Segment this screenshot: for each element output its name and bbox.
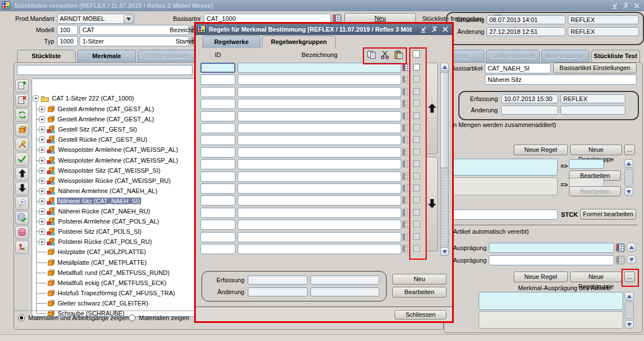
tree-item-label[interactable]: Gestell Rücke (CAT_GEST_RU) [57,136,148,143]
basisartikel-field[interactable]: CAT_NAEH_SI [485,63,551,73]
neue-regel-button[interactable]: Neue Regel [514,145,568,155]
paste-icon[interactable] [393,50,404,60]
regel-result-field-1[interactable] [569,159,604,169]
tree-item-label[interactable]: Näherei Sitz (CAT_NAEH_SI) [57,198,141,204]
regel-scroll-up[interactable] [624,159,633,168]
package-button[interactable] [15,123,29,137]
rule-checkbox[interactable] [413,64,420,71]
rule-bezeichnung-field[interactable] [238,172,401,182]
rule-lookup-button[interactable] [402,173,410,180]
radio-1[interactable]: Materialien und Arbeitsgänge zeigen [18,314,129,322]
tree-item[interactable]: Näherei Sitz (CAT_NAEH_SI) [39,196,141,206]
tab-stoffverbrauch[interactable]: Stoffverbrauch [486,50,540,62]
tree-item[interactable]: Holzfuß Trapezförmig (CAT_HFUSS_TRA) [39,288,176,298]
hint-button[interactable] [15,196,29,210]
expander-icon[interactable] [33,95,39,102]
auspraegung-lookup-1[interactable] [616,243,625,252]
tree-root-item[interactable]: CAT 1-Sitzer 222 (CAT_1000) [33,94,135,103]
rule-lookup-button[interactable] [402,124,410,132]
radio-dot[interactable] [18,314,25,321]
tree-item-label[interactable]: Holzfuß Trapezförmig (CAT_HFUSS_TRA) [56,290,176,296]
cut-icon[interactable] [379,50,391,60]
rule-bezeichnung-field[interactable] [238,244,401,254]
tree-item[interactable]: Gleiter schwarz (CAT_GLEITER) [39,299,150,308]
rule-checkbox[interactable] [413,124,420,131]
auspraegung-down-button[interactable] [627,255,636,264]
regel-text-field-1[interactable] [450,159,558,176]
rule-id-field[interactable] [200,135,235,145]
expander-icon[interactable] [39,137,45,143]
rule-bezeichnung-field[interactable] [238,147,401,158]
rule-checkbox[interactable] [413,173,420,180]
rule-lookup-button[interactable] [402,233,410,241]
select-all-checkbox[interactable] [413,50,420,58]
tree-item[interactable]: Polsterei Sitz (CAT_POLS_SI) [39,227,143,236]
tree-item-label[interactable]: Weisspolster Armlehne (CAT_WEISSP_AL) [57,146,179,153]
apply-check-button[interactable] [15,152,29,166]
rule-lookup-button[interactable] [402,112,410,120]
tree-item[interactable]: Gestell Rücke (CAT_GEST_RU) [39,135,148,144]
expander-icon[interactable] [39,239,45,245]
dialog-scroll-thumb[interactable] [440,72,449,168]
rule-id-field[interactable] [200,220,235,230]
tab-arbeitsg-nge[interactable]: Arbeitsgänge [541,50,589,62]
neue-regelgruppe-button[interactable]: Neue Regelgruppe [570,145,622,155]
minimize-icon[interactable] [611,2,619,10]
search-input[interactable] [17,65,192,75]
merkmal-scroll-up[interactable] [625,292,634,300]
auspraegung-up-button[interactable] [627,243,636,252]
tree-item[interactable]: Polsterei Armlehne (CAT_POLS_AL) [39,217,160,226]
rule-checkbox[interactable] [413,112,420,119]
auspraegung-lookup-2[interactable] [616,256,625,265]
dialog-scroll-up[interactable] [440,63,449,71]
expander-icon[interactable] [39,208,45,215]
merkmal-list-row-2[interactable] [479,311,623,329]
expander-icon[interactable] [39,168,45,174]
rule-lookup-button[interactable] [402,245,410,252]
tree-item-label[interactable]: Holzplatte (CAT_HOLZPLATTE) [56,248,147,255]
expander-icon[interactable] [39,198,45,204]
rule-lookup-button[interactable] [402,221,410,228]
expander-icon[interactable] [39,126,45,133]
tree-item[interactable]: Näherei Armlehne (CAT_NAEH_AL) [39,186,159,195]
rule-bezeichnung-field[interactable] [238,208,401,218]
merkmal-list-row-1[interactable] [479,292,623,310]
tree-item[interactable]: Weisspolster Sitz (CAT_WEISSP_SI) [39,166,161,175]
tree-item[interactable]: Holzplatte (CAT_HOLZPLATTE) [39,247,147,256]
typ-code-field[interactable]: 1000 [57,36,78,46]
rule-id-field[interactable] [200,195,235,206]
rule-id-field[interactable] [200,183,235,194]
dialog-move-down-button[interactable] [426,157,438,251]
tab-merkmale[interactable]: Merkmale [77,50,136,62]
rule-checkbox[interactable] [413,185,420,191]
close-icon[interactable] [632,2,641,10]
rule-lookup-button[interactable] [402,196,410,204]
close-icon[interactable] [441,25,449,33]
rule-bezeichnung-field[interactable] [238,75,401,85]
dialog-bearbeiten-button[interactable]: Bearbeiten [392,287,446,298]
tab-stoffverbrauch[interactable]: Stoffverbrauch [138,50,195,62]
minimize-icon[interactable] [419,25,428,33]
tree-item[interactable]: Metallfuß eckig (CAT_METFUSS_ECK) [39,278,168,287]
tree-item-label[interactable]: Polsterei Rücke (CAT_POLS_RU) [57,238,153,245]
modell-code-field[interactable]: 100 [57,25,78,35]
dialog-scroll-down[interactable] [440,247,449,256]
tree-item[interactable]: Weisspolster Rücke (CAT_WEISSP_RU) [39,176,172,185]
rule-checkbox[interactable] [413,245,420,252]
rule-id-field[interactable] [200,232,235,242]
tree-item-label[interactable]: Weisspolster Armlehne (CAT_WEISSP_AL) [57,157,179,164]
regel-more-button[interactable]: ... [624,145,635,155]
refresh-button[interactable] [15,108,29,122]
tree-item[interactable]: Weisspolster Armlehne (CAT_WEISSP_AL) [39,156,179,165]
rule-checkbox[interactable] [413,209,420,216]
tree-item-label[interactable]: Weisspolster Rücke (CAT_WEISSP_RU) [57,177,172,184]
auspraegung-field-1[interactable] [489,243,614,253]
tree-item-label[interactable]: Polsterei Sitz (CAT_POLS_SI) [57,228,143,235]
tree-item[interactable]: Gestell Sitz (CAT_GEST_SI) [39,125,138,134]
chevron-down-icon[interactable] [124,15,133,24]
copy-icon[interactable] [366,50,377,60]
merkmal-neue-regelgruppe-button[interactable]: Neue Regelgruppe [570,272,622,282]
merkmal-neue-regel-button[interactable]: Neue Regel [514,272,568,282]
rule-id-field[interactable] [200,147,235,158]
rule-checkbox[interactable] [413,221,420,228]
